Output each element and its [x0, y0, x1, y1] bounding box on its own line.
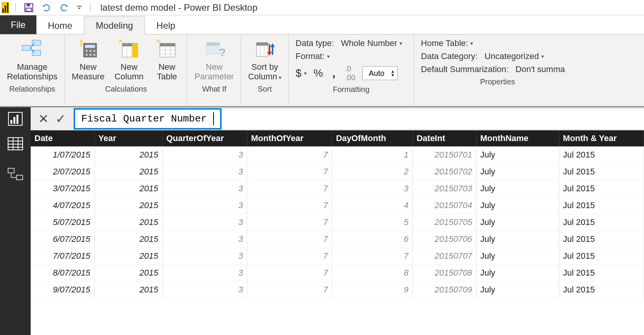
- cell[interactable]: 2: [332, 163, 412, 180]
- cell[interactable]: July: [476, 163, 559, 180]
- manage-relationships-button[interactable]: Manage Relationships: [3, 37, 61, 83]
- table-row[interactable]: 5/07/2015201537520150705JulyJul 2015: [31, 214, 644, 231]
- cell[interactable]: 2015: [94, 281, 162, 298]
- table-row[interactable]: 2/07/2015201537220150702JulyJul 2015: [31, 163, 644, 180]
- cell[interactable]: Jul 2015: [559, 214, 644, 231]
- cell[interactable]: 3: [162, 281, 247, 298]
- cell[interactable]: 20150704: [412, 197, 476, 214]
- cell[interactable]: 7: [247, 197, 332, 214]
- cell[interactable]: 3: [162, 214, 247, 231]
- tab-help[interactable]: Help: [145, 16, 187, 34]
- save-button[interactable]: [22, 1, 36, 15]
- cell[interactable]: July: [476, 264, 559, 281]
- decimal-places-stepper[interactable]: ▲▼: [362, 66, 398, 80]
- percent-button[interactable]: %: [314, 67, 323, 79]
- cell[interactable]: 20150709: [412, 281, 476, 298]
- cancel-formula-button[interactable]: ✕: [38, 112, 49, 126]
- column-header[interactable]: MonthName: [476, 130, 559, 146]
- cell[interactable]: 2015: [94, 231, 162, 248]
- formula-input-wrap[interactable]: [74, 108, 222, 130]
- cell[interactable]: 3: [162, 264, 247, 281]
- cell[interactable]: 7: [247, 281, 332, 298]
- view-model-icon[interactable]: [7, 168, 23, 183]
- cell[interactable]: 6/07/2015: [31, 231, 94, 248]
- qat-customize-button[interactable]: [75, 1, 84, 15]
- cell[interactable]: Jul 2015: [559, 281, 644, 298]
- cell[interactable]: 4: [332, 197, 412, 214]
- cell[interactable]: 3: [162, 231, 247, 248]
- cell[interactable]: July: [476, 214, 559, 231]
- formula-input[interactable]: [81, 113, 212, 125]
- formula-bar-extent[interactable]: [222, 108, 644, 130]
- cell[interactable]: 3: [162, 197, 247, 214]
- cell[interactable]: 7/07/2015: [31, 248, 94, 264]
- cell[interactable]: July: [476, 231, 559, 248]
- step-down-icon[interactable]: ▼: [390, 73, 395, 77]
- thousands-separator-button[interactable]: ,: [332, 67, 335, 80]
- table-row[interactable]: 7/07/2015201537720150707JulyJul 2015: [31, 248, 644, 264]
- cell[interactable]: July: [476, 197, 559, 214]
- cell[interactable]: 3: [332, 180, 412, 197]
- cell[interactable]: July: [476, 146, 559, 163]
- cell[interactable]: 7: [247, 264, 332, 281]
- tab-file[interactable]: File: [0, 15, 36, 34]
- cell[interactable]: 9: [332, 281, 412, 298]
- data-grid[interactable]: DateYearQuarterOfYearMonthOfYearDayOfMon…: [31, 130, 644, 335]
- cell[interactable]: Jul 2015: [559, 197, 644, 214]
- table-row[interactable]: 3/07/2015201537320150703JulyJul 2015: [31, 180, 644, 197]
- cell[interactable]: Jul 2015: [559, 264, 644, 281]
- currency-button[interactable]: $: [296, 67, 302, 79]
- cell[interactable]: 7: [247, 163, 332, 180]
- format-dropdown[interactable]: Format: ▾: [296, 51, 407, 61]
- cell[interactable]: 5: [332, 214, 412, 231]
- cell[interactable]: 20150706: [412, 231, 476, 248]
- cell[interactable]: Jul 2015: [559, 163, 644, 180]
- sort-by-column-button[interactable]: Sort by Column: [244, 37, 285, 83]
- cell[interactable]: July: [476, 180, 559, 197]
- cell[interactable]: 4/07/2015: [31, 197, 94, 214]
- cell[interactable]: 2/07/2015: [31, 163, 94, 180]
- cell[interactable]: 20150705: [412, 214, 476, 231]
- cell[interactable]: 2015: [94, 264, 162, 281]
- data-category-dropdown[interactable]: Data Category: Uncategorized ▾: [421, 51, 574, 61]
- column-header[interactable]: Year: [94, 130, 162, 146]
- cell[interactable]: 20150702: [412, 163, 476, 180]
- column-header[interactable]: MonthOfYear: [247, 130, 332, 146]
- view-data-icon[interactable]: [8, 137, 23, 152]
- cell[interactable]: 7: [247, 214, 332, 231]
- cell[interactable]: 3/07/2015: [31, 180, 94, 197]
- cell[interactable]: 20150707: [412, 248, 476, 264]
- data-type-dropdown[interactable]: Data type: Whole Number ▾: [296, 38, 407, 48]
- table-row[interactable]: 6/07/2015201537620150706JulyJul 2015: [31, 231, 644, 248]
- cell[interactable]: 1/07/2015: [31, 146, 94, 163]
- tab-modeling[interactable]: Modeling: [84, 16, 145, 34]
- column-header[interactable]: DayOfMonth: [332, 130, 412, 146]
- new-column-button[interactable]: New Column: [111, 37, 148, 83]
- cell[interactable]: 20150708: [412, 264, 476, 281]
- cell[interactable]: Jul 2015: [559, 248, 644, 264]
- cell[interactable]: 7: [247, 248, 332, 264]
- cell[interactable]: 6: [332, 231, 412, 248]
- table-row[interactable]: 1/07/2015201537120150701JulyJul 2015: [31, 146, 644, 163]
- cell[interactable]: 8/07/2015: [31, 264, 94, 281]
- column-header[interactable]: DateInt: [412, 130, 476, 146]
- cell[interactable]: 7: [247, 146, 332, 163]
- cell[interactable]: 20150701: [412, 146, 476, 163]
- table-row[interactable]: 9/07/2015201537920150709JulyJul 2015: [31, 281, 644, 298]
- cell[interactable]: 1: [332, 146, 412, 163]
- view-report-icon[interactable]: [0, 107, 31, 130]
- decimal-places-input[interactable]: [365, 69, 388, 78]
- new-measure-button[interactable]: New Measure: [68, 37, 108, 83]
- cell[interactable]: 3: [162, 163, 247, 180]
- column-header[interactable]: Month & Year: [559, 130, 644, 146]
- cell[interactable]: 20150703: [412, 180, 476, 197]
- cell[interactable]: 8: [332, 264, 412, 281]
- cell[interactable]: 3: [162, 146, 247, 163]
- cell[interactable]: Jul 2015: [559, 180, 644, 197]
- column-header[interactable]: QuarterOfYear: [162, 130, 247, 146]
- cell[interactable]: Jul 2015: [559, 231, 644, 248]
- redo-button[interactable]: [57, 1, 71, 15]
- cell[interactable]: 3: [162, 248, 247, 264]
- commit-formula-button[interactable]: ✓: [56, 112, 66, 126]
- cell[interactable]: 9/07/2015: [31, 281, 94, 298]
